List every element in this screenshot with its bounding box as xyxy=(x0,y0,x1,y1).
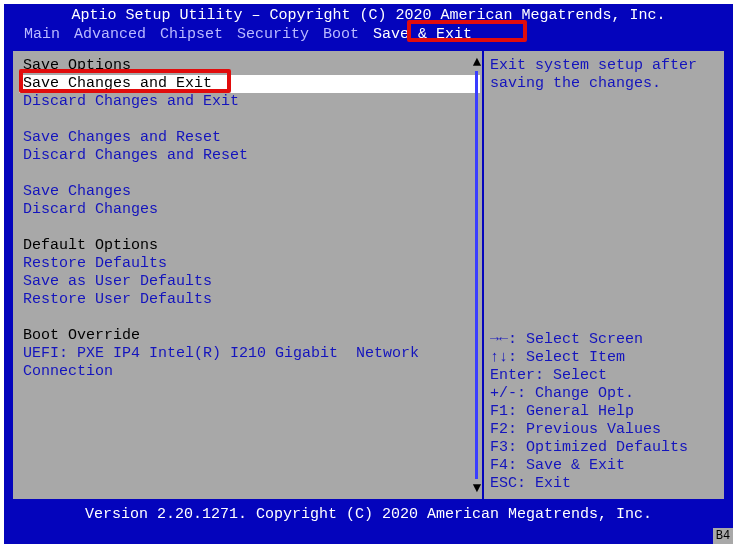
menu-header: Save Options xyxy=(19,57,480,75)
menu-item[interactable]: Discard Changes and Exit xyxy=(19,93,480,111)
menu-item[interactable]: Save Changes and Exit xyxy=(19,75,480,93)
menu-item[interactable]: Save Changes xyxy=(19,183,480,201)
menu-item[interactable]: UEFI: PXE IP4 Intel(R) I210 Gigabit Netw… xyxy=(19,345,480,363)
tab-security[interactable]: Security xyxy=(237,26,309,44)
scroll-rail xyxy=(475,71,478,479)
help-text: Exit system setup after saving the chang… xyxy=(490,57,716,93)
oem-badge: B4 xyxy=(713,528,733,544)
menu-item[interactable]: Discard Changes xyxy=(19,201,480,219)
menu-item[interactable]: Restore Defaults xyxy=(19,255,480,273)
menu-item[interactable]: Connection xyxy=(19,363,480,381)
key-legend: →←: Select Screen↑↓: Select ItemEnter: S… xyxy=(490,331,716,493)
tab-bar: MainAdvancedChipsetSecurityBootSave & Ex… xyxy=(4,26,733,49)
tab-advanced[interactable]: Advanced xyxy=(74,26,146,44)
tab-main[interactable]: Main xyxy=(24,26,60,44)
footer: Version 2.20.1271. Copyright (C) 2020 Am… xyxy=(4,501,733,526)
key-hint: F2: Previous Values xyxy=(490,421,716,439)
spacer xyxy=(19,111,480,129)
menu-header: Boot Override xyxy=(19,327,480,345)
key-hint: Enter: Select xyxy=(490,367,716,385)
spacer xyxy=(19,309,480,327)
key-hint: F3: Optimized Defaults xyxy=(490,439,716,457)
tab-boot[interactable]: Boot xyxy=(323,26,359,44)
tab-save-exit[interactable]: Save & Exit xyxy=(373,26,472,44)
key-hint: +/-: Change Opt. xyxy=(490,385,716,403)
panels: Save OptionsSave Changes and ExitDiscard… xyxy=(4,49,733,501)
key-hint: F4: Save & Exit xyxy=(490,457,716,475)
menu-header: Default Options xyxy=(19,237,480,255)
spacer xyxy=(19,165,480,183)
menu-item[interactable]: Restore User Defaults xyxy=(19,291,480,309)
key-hint: F1: General Help xyxy=(490,403,716,421)
tab-chipset[interactable]: Chipset xyxy=(160,26,223,44)
page-title: Aptio Setup Utility – Copyright (C) 2020… xyxy=(4,4,733,26)
key-hint: →←: Select Screen xyxy=(490,331,716,349)
menu-panel: Save OptionsSave Changes and ExitDiscard… xyxy=(11,49,482,501)
help-panel: Exit system setup after saving the chang… xyxy=(482,49,726,501)
bios-screen: Aptio Setup Utility – Copyright (C) 2020… xyxy=(4,4,733,544)
menu-item[interactable]: Save as User Defaults xyxy=(19,273,480,291)
spacer xyxy=(19,219,480,237)
key-hint: ↑↓: Select Item xyxy=(490,349,716,367)
key-hint: ESC: Exit xyxy=(490,475,716,493)
menu-list[interactable]: Save OptionsSave Changes and ExitDiscard… xyxy=(19,57,480,381)
menu-item[interactable]: Discard Changes and Reset xyxy=(19,147,480,165)
menu-item[interactable]: Save Changes and Reset xyxy=(19,129,480,147)
